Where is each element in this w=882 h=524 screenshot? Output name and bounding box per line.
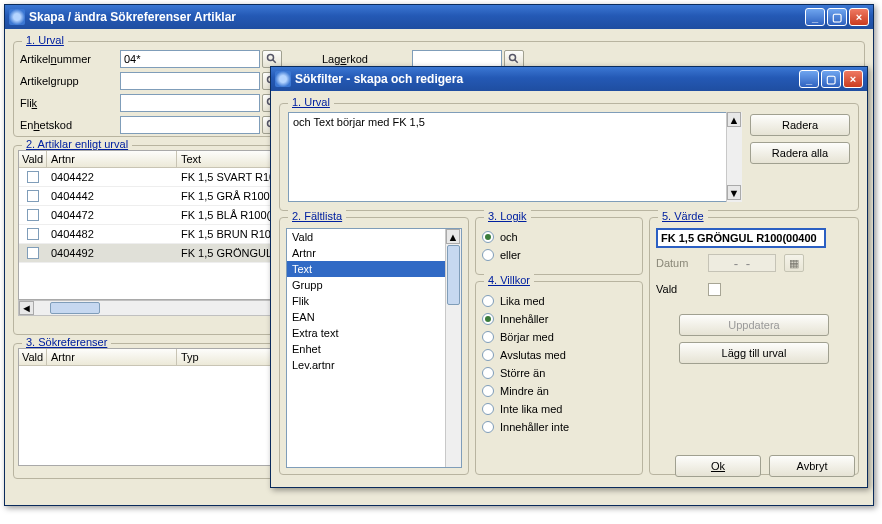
- col-artnr[interactable]: Artnr: [47, 151, 177, 167]
- list-item[interactable]: Flik: [287, 293, 461, 309]
- list-item[interactable]: Artnr: [287, 245, 461, 261]
- varde-input[interactable]: [656, 228, 826, 248]
- table-row[interactable]: 0404492FK 1,5 GRÖNGUL R1: [19, 244, 287, 263]
- label-flik: Flik: [20, 97, 120, 109]
- uppdatera-button[interactable]: Uppdatera: [679, 314, 829, 336]
- radera-alla-button[interactable]: Radera alla: [750, 142, 850, 164]
- urval-vscroll[interactable]: ▲ ▼: [726, 112, 742, 202]
- svg-point-8: [510, 55, 516, 61]
- list-item[interactable]: Extra text: [287, 325, 461, 341]
- radio-eller-label: eller: [500, 249, 521, 261]
- cell-artnr: 0404492: [47, 246, 177, 260]
- calendar-icon: ▦: [784, 254, 804, 272]
- list-item[interactable]: Vald: [287, 229, 461, 245]
- avbryt-button[interactable]: Avbryt: [769, 455, 855, 477]
- villkor-legend: 4. Villkor: [484, 274, 534, 286]
- radio-villkor[interactable]: Större än: [482, 364, 636, 382]
- faltlista-vscroll[interactable]: ▲: [445, 229, 461, 467]
- faltlista-legend: 2. Fältlista: [288, 210, 346, 222]
- artikelgrupp-input[interactable]: [120, 72, 260, 90]
- label-artikelgrupp: Artikelgrupp: [20, 75, 120, 87]
- dialog-icon: [275, 71, 291, 87]
- radio-villkor[interactable]: Inte lika med: [482, 400, 636, 418]
- flik-input[interactable]: [120, 94, 260, 112]
- radio-villkor[interactable]: Börjar med: [482, 328, 636, 346]
- table-row[interactable]: 0404472FK 1,5 BLÅ R100(00: [19, 206, 287, 225]
- minimize-button[interactable]: _: [805, 8, 825, 26]
- list-item[interactable]: Text: [287, 261, 461, 277]
- varde-panel: 5. Värde Datum ▦ Vald Uppdatera Lägg til…: [649, 217, 859, 475]
- label-enhetskod: Enhetskod: [20, 119, 120, 131]
- list-item[interactable]: Lev.artnr: [287, 357, 461, 373]
- row-checkbox[interactable]: [27, 190, 39, 202]
- table-row[interactable]: 0404482FK 1,5 BRUN R100 (0: [19, 225, 287, 244]
- maximize-button[interactable]: ▢: [827, 8, 847, 26]
- table-row[interactable]: 0404442FK 1,5 GRÅ R100: [19, 187, 287, 206]
- list-item[interactable]: Enhet: [287, 341, 461, 357]
- urval-textarea[interactable]: och Text börjar med FK 1,5: [288, 112, 742, 202]
- dialog-maximize-button[interactable]: ▢: [821, 70, 841, 88]
- list-item[interactable]: Grupp: [287, 277, 461, 293]
- lagg-till-urval-button[interactable]: Lägg till urval: [679, 342, 829, 364]
- logik-legend: 3. Logik: [484, 210, 531, 222]
- app-icon: [9, 9, 25, 25]
- artiklar-hscroll[interactable]: ◄►: [18, 300, 288, 316]
- close-button[interactable]: ×: [849, 8, 869, 26]
- list-item[interactable]: EAN: [287, 309, 461, 325]
- artiklar-fieldset: 2. Artiklar enligt urval Vald Artnr Text…: [13, 145, 293, 335]
- col-vald[interactable]: Vald: [19, 151, 47, 167]
- radio-villkor[interactable]: Innehåller inte: [482, 418, 636, 436]
- villkor-panel: 4. Villkor Lika medInnehållerBörjar medA…: [475, 281, 643, 475]
- logik-panel: 3. Logik och eller: [475, 217, 643, 275]
- row-checkbox[interactable]: [27, 171, 39, 183]
- scroll-up-icon[interactable]: ▲: [727, 112, 741, 127]
- radio-eller[interactable]: eller: [482, 246, 636, 264]
- dialog-content: 1. Urval och Text börjar med FK 1,5 ▲ ▼ …: [271, 91, 867, 487]
- dlg-urval-fieldset: 1. Urval och Text börjar med FK 1,5 ▲ ▼ …: [279, 103, 859, 211]
- label-artikelnummer: Artikelnummer: [20, 53, 120, 65]
- sokref-legend: 3. Sökreferenser: [22, 336, 111, 348]
- radio-villkor[interactable]: Avslutas med: [482, 346, 636, 364]
- datum-input[interactable]: [708, 254, 776, 272]
- dialog-title: Sökfilter - skapa och redigera: [295, 72, 463, 86]
- urval-text: och Text börjar med FK 1,5: [293, 116, 425, 128]
- faltlista-listbox[interactable]: ValdArtnrTextGruppFlikEANExtra textEnhet…: [286, 228, 462, 468]
- vald-label: Vald: [656, 283, 702, 295]
- dialog-minimize-button[interactable]: _: [799, 70, 819, 88]
- artiklar-table: Vald Artnr Text 0404422FK 1,5 SVART R100…: [18, 150, 288, 300]
- dlg-urval-legend: 1. Urval: [288, 96, 334, 108]
- svg-point-0: [268, 55, 274, 61]
- faltlista-panel: 2. Fältlista ValdArtnrTextGruppFlikEANEx…: [279, 217, 469, 475]
- radio-och-label: och: [500, 231, 518, 243]
- col-artnr2[interactable]: Artnr: [47, 349, 177, 365]
- radio-villkor[interactable]: Lika med: [482, 292, 636, 310]
- table-row[interactable]: 0404422FK 1,5 SVART R100: [19, 168, 287, 187]
- dialog-close-button[interactable]: ×: [843, 70, 863, 88]
- radio-label: Innehåller: [500, 313, 548, 325]
- radio-label: Inte lika med: [500, 403, 562, 415]
- radio-villkor[interactable]: Innehåller: [482, 310, 636, 328]
- svg-line-9: [515, 60, 518, 63]
- artikelnummer-input[interactable]: [120, 50, 260, 68]
- datum-label: Datum: [656, 257, 702, 269]
- ok-button[interactable]: Ok: [675, 455, 761, 477]
- varde-legend: 5. Värde: [658, 210, 708, 222]
- row-checkbox[interactable]: [27, 247, 39, 259]
- radio-och[interactable]: och: [482, 228, 636, 246]
- svg-line-1: [273, 60, 276, 63]
- dialog-titlebar: Sökfilter - skapa och redigera _ ▢ ×: [271, 67, 867, 91]
- radio-villkor[interactable]: Mindre än: [482, 382, 636, 400]
- col-vald2[interactable]: Vald: [19, 349, 47, 365]
- radio-label: Börjar med: [500, 331, 554, 343]
- radera-button[interactable]: Radera: [750, 114, 850, 136]
- radio-label: Större än: [500, 367, 545, 379]
- main-titlebar: Skapa / ändra Sökreferenser Artiklar _ ▢…: [5, 5, 873, 29]
- row-checkbox[interactable]: [27, 209, 39, 221]
- artiklar-legend: 2. Artiklar enligt urval: [22, 138, 132, 150]
- sokref-table: Vald Artnr Typ: [18, 348, 288, 466]
- enhetskod-input[interactable]: [120, 116, 260, 134]
- vald-checkbox[interactable]: [708, 283, 721, 296]
- row-checkbox[interactable]: [27, 228, 39, 240]
- scroll-down-icon[interactable]: ▼: [727, 185, 741, 200]
- cell-artnr: 0404472: [47, 208, 177, 222]
